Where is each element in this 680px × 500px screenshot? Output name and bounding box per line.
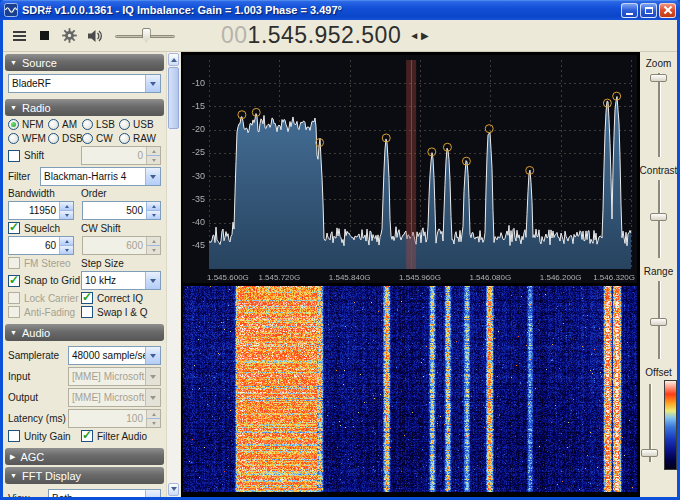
stop-icon [40, 31, 49, 40]
mode-am[interactable]: AM [48, 119, 82, 130]
panel-title-fft-display: FFT Display [22, 470, 81, 482]
panel-header-radio[interactable]: ▼ Radio [5, 99, 164, 116]
panel-header-fft-display[interactable]: ▼ FFT Display [5, 467, 164, 484]
scroll-thumb[interactable] [168, 67, 179, 129]
minimize-button[interactable] [621, 3, 638, 18]
step-size-select[interactable]: 10 kHz [81, 271, 161, 290]
range-slider-thumb[interactable] [650, 318, 667, 326]
audio-output-value: [MME] Microsoft Soun [69, 392, 145, 403]
mode-wfm[interactable]: WFM [8, 133, 48, 144]
scroll-down-button[interactable] [168, 483, 179, 496]
menu-button[interactable] [7, 24, 32, 48]
spectrum-canvas[interactable] [183, 55, 637, 283]
filter-value: Blackman-Harris 4 [41, 171, 145, 182]
shift-spinner [146, 147, 160, 164]
order-spinner[interactable] [146, 202, 160, 219]
maximize-icon [645, 7, 653, 14]
settings-button[interactable] [57, 24, 82, 48]
squelch-checkbox[interactable]: ✓ [8, 222, 20, 234]
panel-header-audio[interactable]: ▼ Audio [5, 324, 164, 341]
fft-panel-body: View Both [3, 484, 166, 497]
maximize-button[interactable] [640, 3, 657, 18]
demodulation-mode-grid: NFMAMLSBUSBWFMDSBCWRAW [8, 119, 161, 144]
samplerate-select[interactable]: 48000 sample/sec [68, 346, 161, 365]
frequency-display[interactable]: 001.545.952.500 [221, 22, 401, 49]
latency-label: Latency (ms) [8, 413, 68, 424]
dropdown-arrow-icon[interactable] [145, 168, 160, 185]
filter-audio-option[interactable]: ✓ Filter Audio [81, 430, 147, 442]
frequency-step-down-button[interactable]: ◄ [409, 30, 419, 41]
squelch-input[interactable]: 60 [8, 236, 74, 255]
bandwidth-spinner[interactable] [59, 202, 73, 219]
zoom-slider[interactable] [649, 71, 669, 159]
mode-dsb[interactable]: DSB [48, 133, 82, 144]
audio-output-label: Output [8, 392, 68, 403]
contrast-label: Contrast [640, 165, 678, 176]
snap-to-grid-checkbox[interactable]: ✓ [8, 275, 20, 287]
mode-usb[interactable]: USB [119, 119, 161, 130]
client-area: 001.545.952.500 ◄ ▶ ▼ Source BladeRF ▼ R… [3, 20, 677, 497]
mode-raw[interactable]: RAW [119, 133, 161, 144]
offset-slider-thumb[interactable] [641, 449, 658, 457]
panel-header-agc[interactable]: ▶ AGC [5, 448, 164, 465]
lock-carrier-label: Lock Carrier [24, 293, 78, 304]
close-icon [664, 6, 672, 14]
scroll-up-button[interactable] [168, 53, 179, 66]
swap-iq-checkbox[interactable]: ✓ [81, 306, 93, 318]
radio-button-icon [8, 119, 19, 130]
gear-icon [62, 28, 77, 43]
cw-shift-value: 600 [126, 240, 143, 251]
source-device-select[interactable]: BladeRF [8, 74, 161, 93]
audio-input-label: Input [8, 371, 68, 382]
squelch-spinner[interactable] [59, 237, 73, 254]
waterfall-canvas[interactable] [183, 286, 637, 492]
zoom-slider-thumb[interactable] [650, 74, 667, 82]
volume-slider[interactable] [113, 25, 177, 47]
minimize-icon [626, 13, 633, 15]
squelch-option[interactable]: ✓ Squelch [8, 222, 81, 234]
dropdown-arrow-icon[interactable] [145, 347, 160, 364]
radio-button-icon [119, 133, 130, 144]
volume-thumb[interactable] [142, 28, 151, 43]
contrast-slider-thumb[interactable] [650, 213, 667, 221]
dropdown-arrow-icon[interactable] [145, 75, 160, 92]
mode-nfm[interactable]: NFM [8, 119, 48, 130]
volume-button[interactable] [82, 24, 107, 48]
close-button[interactable] [659, 3, 676, 18]
correct-iq-option[interactable]: ✓ Correct IQ [81, 292, 143, 304]
fm-stereo-checkbox: ✓ [8, 257, 20, 269]
mode-lsb[interactable]: LSB [82, 119, 119, 130]
contrast-slider[interactable] [649, 178, 669, 260]
snap-to-grid-label: Snap to Grid [24, 275, 80, 286]
sidebar-scrollbar[interactable] [166, 52, 180, 497]
panel-title-radio: Radio [22, 102, 51, 114]
offset-slider[interactable] [640, 382, 660, 464]
filter-audio-checkbox[interactable]: ✓ [81, 430, 93, 442]
correct-iq-checkbox[interactable]: ✓ [81, 292, 93, 304]
bandwidth-input[interactable]: 11950 [8, 201, 74, 220]
filter-select[interactable]: Blackman-Harris 4 [40, 167, 161, 186]
samplerate-label: Samplerate [8, 350, 68, 361]
snap-to-grid-option[interactable]: ✓ Snap to Grid [8, 275, 81, 287]
mode-cw[interactable]: CW [82, 133, 119, 144]
unity-gain-option[interactable]: ✓ Unity Gain [8, 430, 81, 442]
dropdown-arrow-icon[interactable] [145, 490, 160, 497]
order-label: Order [81, 188, 107, 199]
dropdown-arrow-icon[interactable] [145, 272, 160, 289]
shift-option[interactable]: ✓ Shift [8, 150, 81, 162]
panel-header-source[interactable]: ▼ Source [5, 54, 164, 71]
titlebar[interactable]: SDR# v1.0.0.1361 - IQ Imbalance: Gain = … [0, 0, 680, 20]
swap-iq-option[interactable]: ✓ Swap I & Q [81, 306, 148, 318]
unity-gain-checkbox[interactable]: ✓ [8, 430, 20, 442]
range-slider[interactable] [649, 279, 669, 361]
stop-button[interactable] [32, 24, 57, 48]
radio-button-icon [82, 133, 93, 144]
frequency-step-up-button[interactable]: ▶ [421, 30, 429, 41]
view-select[interactable]: Both [48, 489, 161, 497]
radio-button-icon [8, 133, 19, 144]
shift-checkbox[interactable]: ✓ [8, 150, 20, 162]
step-size-value: 10 kHz [82, 275, 145, 286]
waterfall-gradient [664, 380, 677, 470]
collapse-icon: ▼ [10, 329, 17, 336]
order-input[interactable]: 500 [82, 201, 161, 220]
